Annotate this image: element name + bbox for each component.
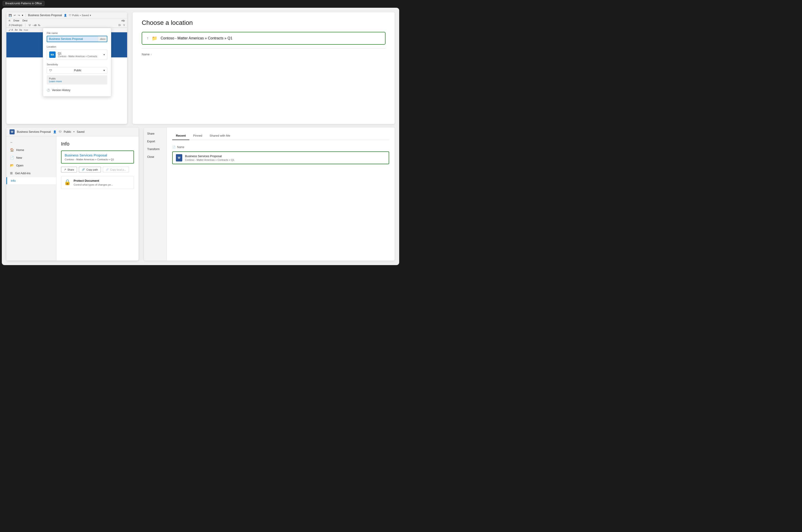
- sidebar-item-open[interactable]: 📂 Open: [6, 162, 56, 169]
- color-btn[interactable]: A▾: [15, 29, 18, 31]
- ribbon-status: 🛡 Public • Saved ▾: [69, 14, 91, 17]
- home-label: Home: [16, 148, 24, 152]
- location-box[interactable]: MA Q1 Contoso - Matter Americas » Contra…: [47, 50, 107, 60]
- filename-input[interactable]: [47, 36, 98, 42]
- subscript-btn[interactable]: X₂: [38, 24, 40, 26]
- public-desc-text: Public: [49, 77, 105, 80]
- recent-file-name: Business Services Proposal: [185, 154, 234, 158]
- chevron-down-icon[interactable]: ▾: [90, 14, 91, 17]
- recent-sidebar: Share Export Transform Close: [144, 128, 167, 261]
- shield-sensitivity-icon: 🛡: [49, 69, 52, 72]
- word-panel-top: 💾 ↩ ↪ ▾ Business Services Proposal 👤 🛡 P…: [6, 12, 127, 124]
- sidebar-item-info[interactable]: Info: [6, 177, 56, 184]
- doc-actions: ↗ Share 🔗 Copy path 🔗 Copy local p...: [61, 167, 134, 172]
- menu-desi[interactable]: Desi: [22, 19, 27, 22]
- sensitivity-label: Sensitivity: [47, 63, 107, 66]
- filename-label: File name: [47, 32, 107, 34]
- backstage-body: ← 🏠 Home 📄 New 📂 Open ⊞: [6, 136, 138, 261]
- status-public-bottom: Public: [64, 130, 71, 133]
- recent-col-header: 📄 Name: [172, 145, 389, 150]
- collab-icon2: 👤: [53, 130, 56, 133]
- word-file-icon: W: [176, 154, 182, 162]
- sensitivity-select[interactable]: 🛡 Public ▾: [47, 67, 107, 74]
- up-arrow-icon: ↑: [147, 36, 149, 40]
- tab-recent[interactable]: Recent: [172, 132, 189, 140]
- open-icon: 📂: [10, 164, 14, 167]
- save-icon: 💾: [9, 14, 12, 17]
- location-divider: [142, 48, 386, 49]
- share-button[interactable]: ↗ Share: [61, 167, 77, 172]
- location-info: Q1 Contoso - Matter Americas » Contracts: [58, 52, 101, 58]
- protect-section: 🔒 Protect Document Control what types of…: [61, 176, 134, 189]
- sidebar-item-new[interactable]: 📄 New: [6, 154, 56, 161]
- ribbon-filename[interactable]: Business Services Proposal: [28, 14, 62, 17]
- version-history-btn[interactable]: 🕐 Version History: [47, 88, 107, 93]
- export-nav-item[interactable]: Export: [144, 137, 167, 145]
- sidebar-item-addins[interactable]: ⊞ Get Add-ins: [6, 169, 56, 177]
- location-item-selected[interactable]: ↑ 📁 Contoso - Matter Americas » Contract…: [142, 32, 386, 45]
- word-ribbon: 💾 ↩ ↪ ▾ Business Services Proposal 👤 🛡 P…: [6, 12, 127, 18]
- new-label: New: [16, 156, 22, 159]
- sidebar-item-back[interactable]: ←: [6, 139, 56, 146]
- menu-help[interactable]: elp: [122, 19, 125, 22]
- tab-pinned[interactable]: Pinned: [189, 132, 206, 140]
- location-path-display: Contoso - Matter Americas » Contracts » …: [161, 36, 232, 40]
- back-icon: ←: [10, 140, 13, 144]
- location-label: Location: [47, 45, 107, 48]
- learn-more-link[interactable]: Learn more: [49, 80, 62, 83]
- share-nav-item[interactable]: Share: [144, 130, 167, 137]
- tab-shared-with-me[interactable]: Shared with Me: [206, 132, 234, 140]
- sidebar-item-home[interactable]: 🏠 Home: [6, 146, 56, 153]
- doc-name-link[interactable]: Business Services Proposal: [65, 153, 130, 157]
- v-label: V: [123, 24, 125, 26]
- highlight-btn[interactable]: 🖊 A: [9, 29, 13, 31]
- backstage-panel: W Business Services Proposal 👤 🛡 Public …: [6, 128, 138, 261]
- recent-file-row[interactable]: W Business Services Proposal Contoso - M…: [172, 151, 389, 164]
- dropdown-arrow-small[interactable]: ▾: [22, 14, 23, 17]
- backstage-titlebar: W Business Services Proposal 👤 🛡 Public …: [6, 128, 138, 136]
- name-header-row: Name ↑: [142, 51, 386, 57]
- version-history-icon: 🕐: [47, 89, 50, 92]
- menu-rt[interactable]: rt: [9, 19, 10, 22]
- name-col-label: Name: [177, 146, 184, 149]
- public-desc-box: Public Learn more: [47, 75, 107, 84]
- new-icon: 📄: [10, 156, 14, 159]
- copy-local-icon: 🔗: [106, 168, 109, 171]
- copy-path-icon: 🔗: [82, 168, 85, 171]
- share-icon: ↗: [64, 168, 66, 171]
- location-breadcrumb-dropdown: Contoso - Matter Americas » Contracts: [58, 55, 101, 58]
- open-label: Open: [16, 164, 23, 167]
- backstage-content: Info Business Services Proposal Contoso …: [56, 136, 138, 261]
- copy-path-button[interactable]: 🔗 Copy path: [79, 167, 101, 172]
- copy-local-button: 🔗 Copy local p...: [103, 167, 129, 172]
- menu-draw[interactable]: Draw: [14, 19, 19, 22]
- shield-icon-bottom: 🛡: [59, 130, 61, 133]
- file-icon-header: 📄: [172, 146, 176, 149]
- location-title: Q1: [58, 52, 101, 55]
- recent-panel: Share Export Transform Close Recent Pinn…: [144, 128, 395, 261]
- recent-file-path: Contoso - Matter Americas » Contracts » …: [185, 158, 234, 161]
- superscript-btn[interactable]: →ab: [32, 24, 37, 26]
- bottom-row: W Business Services Proposal 👤 🛡 Public …: [6, 128, 395, 261]
- protect-desc: Control what types of changes pe...: [74, 183, 113, 186]
- info-page-title: Info: [61, 141, 134, 147]
- close-nav-item[interactable]: Close: [144, 153, 167, 161]
- location-chevron-icon[interactable]: ▾: [104, 53, 105, 56]
- underline-btn[interactable]: U: [29, 24, 30, 26]
- undo-icon[interactable]: ↩: [14, 14, 16, 17]
- title-bar-label: Breadcrumb Patterns in Office: [3, 1, 44, 6]
- docx-label: .docx: [98, 36, 107, 41]
- copy-local-label: Copy local p...: [110, 168, 126, 171]
- doc-title-box: Business Services Proposal Contoso - Mat…: [61, 151, 134, 164]
- transform-nav-item[interactable]: Transform: [144, 145, 167, 153]
- font-label: Font: [24, 29, 28, 31]
- word-toolbar-row: JI (Headings) U →ab X₂ Di V: [6, 22, 127, 28]
- title-bar: Breadcrumb Patterns in Office: [0, 0, 401, 7]
- recent-file-info: Business Services Proposal Contoso - Mat…: [185, 154, 234, 161]
- redo-icon[interactable]: ↪: [18, 14, 20, 17]
- location-avatar: MA: [49, 52, 56, 58]
- formatting-btn[interactable]: Di: [118, 24, 120, 26]
- style-dropdown[interactable]: JI (Headings): [9, 24, 22, 26]
- word-logo: W: [10, 129, 15, 134]
- font-size-btn[interactable]: Aa: [19, 29, 22, 31]
